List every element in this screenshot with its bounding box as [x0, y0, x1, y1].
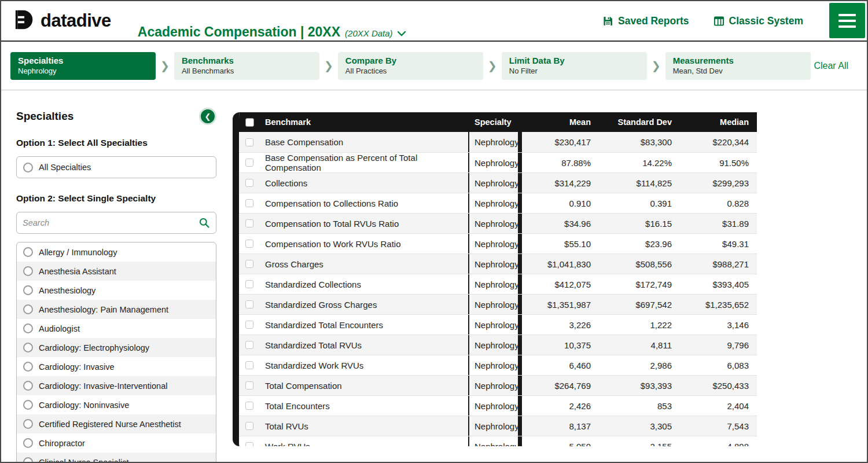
radio-icon[interactable] — [23, 457, 33, 462]
cell-median: $1,235,652 — [680, 295, 757, 314]
chevron-down-icon — [398, 28, 406, 34]
wizard-steps-bar: Specialties Nephrology ❯ Benchmarks All … — [1, 42, 867, 90]
specialty-label: Chiropractor — [39, 439, 85, 448]
radio-icon[interactable] — [23, 266, 33, 276]
select-all-checkbox[interactable] — [245, 118, 254, 127]
search-icon[interactable] — [198, 217, 210, 229]
row-checkbox[interactable] — [245, 260, 253, 268]
cell-specialty: Nephrology — [468, 214, 522, 233]
row-checkbox[interactable] — [245, 321, 253, 329]
list-item-specialty[interactable]: Chiropractor — [17, 433, 216, 453]
specialty-label: Cardiology: Noninvasive — [39, 400, 129, 410]
hamburger-menu-button[interactable] — [829, 3, 865, 38]
all-specialties-option[interactable]: All Specialties — [16, 156, 216, 178]
cell-std: 4,811 — [599, 335, 680, 355]
specialty-label: Allergy / Immunology — [39, 248, 117, 257]
step-measurements[interactable]: Measurements Mean, Std Dev — [665, 52, 811, 80]
list-item-specialty[interactable]: Anesthesiology: Pain Management — [17, 300, 216, 319]
row-checkbox[interactable] — [245, 300, 253, 308]
report-title-dropdown[interactable]: Academic Compensation | 20XX (20XX Data) — [131, 2, 406, 40]
row-checkbox[interactable] — [245, 159, 253, 167]
list-item-specialty[interactable]: Cardiology: Noninvasive — [17, 395, 216, 414]
list-item-specialty[interactable]: Anesthesia Assistant — [17, 262, 216, 281]
cell-benchmark: Total Encounters — [260, 396, 468, 416]
clear-all-button[interactable]: Clear All — [814, 61, 856, 71]
cell-std: 1,222 — [599, 315, 680, 335]
saved-reports-label: Saved Reports — [618, 15, 689, 27]
radio-icon[interactable] — [23, 381, 33, 391]
row-checkbox[interactable] — [245, 280, 253, 288]
radio-icon[interactable] — [23, 285, 33, 295]
step-title: Compare By — [345, 56, 476, 67]
col-header-standard-dev[interactable]: Standard Dev — [599, 112, 680, 132]
step-compare-by[interactable]: Compare By All Practices — [338, 52, 483, 80]
list-item-specialty[interactable]: Clinical Nurse Specialist — [17, 453, 216, 462]
step-limit-data-by[interactable]: Limit Data By No Filter — [502, 52, 647, 80]
radio-icon[interactable] — [23, 438, 33, 448]
list-item-specialty[interactable]: Certified Registered Nurse Anesthetist — [17, 414, 216, 433]
cell-median: 91.50% — [680, 153, 757, 172]
cell-mean: $1,351,987 — [522, 295, 599, 314]
radio-icon[interactable] — [23, 163, 33, 172]
step-specialties[interactable]: Specialties Nephrology — [10, 52, 156, 80]
list-item-specialty[interactable]: Allergy / Immunology — [17, 242, 216, 262]
cell-median: 9,796 — [680, 335, 757, 355]
brand-logo[interactable]: datadive — [14, 9, 111, 33]
list-item-specialty[interactable]: Audiologist — [17, 319, 216, 338]
row-checkbox[interactable] — [245, 341, 253, 349]
radio-icon[interactable] — [23, 400, 33, 410]
list-item-specialty[interactable]: Cardiology: Invasive-Interventional — [17, 376, 216, 395]
cell-median: $393,405 — [680, 274, 757, 294]
list-item-specialty[interactable]: Anesthesiology — [17, 281, 216, 300]
radio-icon[interactable] — [23, 362, 33, 372]
cell-mean: $412,075 — [522, 274, 599, 294]
table-row: Compensation to Collections Ratio Nephro… — [239, 193, 757, 213]
radio-icon[interactable] — [23, 304, 33, 314]
radio-icon[interactable] — [23, 343, 33, 352]
sidebar-collapse-button[interactable]: ❮ — [199, 108, 216, 125]
radio-icon[interactable] — [23, 324, 33, 333]
cell-mean: $230,417 — [522, 132, 599, 152]
cell-mean: $1,041,830 — [522, 254, 599, 274]
cell-benchmark: Standardized Total RVUs — [260, 335, 468, 355]
row-checkbox[interactable] — [245, 240, 253, 248]
step-subtitle: Nephrology — [18, 67, 148, 76]
col-header-specialty[interactable]: Specialty — [468, 112, 522, 132]
cell-std: $83,300 — [599, 132, 680, 152]
row-checkbox[interactable] — [245, 381, 253, 389]
col-header-median[interactable]: Median — [680, 112, 757, 132]
step-chevron-icon: ❯ — [319, 59, 338, 72]
col-header-mean[interactable]: Mean — [522, 112, 599, 132]
cell-benchmark: Standardized Total Encounters — [260, 315, 468, 335]
cell-specialty: Nephrology — [468, 396, 522, 416]
row-checkbox[interactable] — [245, 179, 253, 187]
search-input[interactable] — [23, 218, 198, 227]
table-row: Base Compensation as Percent of Total Co… — [239, 152, 757, 172]
row-checkbox[interactable] — [245, 442, 253, 446]
cell-specialty: Nephrology — [468, 335, 522, 355]
cell-std: $508,556 — [599, 254, 680, 274]
col-header-benchmark[interactable]: Benchmark — [260, 112, 468, 132]
classic-system-label: Classic System — [729, 15, 803, 27]
step-title: Limit Data By — [509, 56, 639, 67]
step-benchmarks[interactable]: Benchmarks All Benchmarks — [174, 52, 319, 80]
cell-specialty: Nephrology — [468, 274, 522, 294]
cell-median: $49.31 — [680, 234, 757, 253]
radio-icon[interactable] — [23, 419, 33, 429]
table-row: Total Encounters Nephrology 2,426 853 2,… — [239, 395, 757, 416]
cell-median: $31.89 — [680, 214, 757, 233]
row-checkbox[interactable] — [245, 138, 253, 146]
row-checkbox[interactable] — [245, 361, 253, 369]
cell-benchmark: Base Compensation as Percent of Total Co… — [260, 153, 468, 172]
saved-reports-button[interactable]: Saved Reports — [602, 15, 689, 27]
list-item-specialty[interactable]: Cardiology: Invasive — [17, 357, 216, 376]
list-item-specialty[interactable]: Cardiology: Electrophysiology — [17, 338, 216, 357]
classic-system-button[interactable]: Classic System — [713, 15, 803, 27]
row-checkbox[interactable] — [245, 199, 253, 207]
row-checkbox[interactable] — [245, 422, 253, 430]
radio-icon[interactable] — [23, 247, 33, 257]
row-checkbox[interactable] — [245, 219, 253, 227]
cell-median: 6,083 — [680, 355, 757, 375]
row-checkbox[interactable] — [245, 402, 253, 410]
all-specialties-label: All Specialties — [39, 163, 91, 172]
